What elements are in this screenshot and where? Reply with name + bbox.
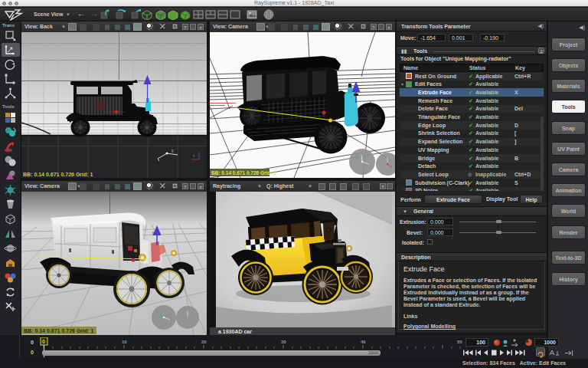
svg-text:BB: 0.14 0.671 0.726 Grid: 1: BB: 0.14 0.671 0.726 Grid: 1 — [23, 172, 93, 177]
svg-text:20: 20 — [201, 340, 207, 344]
svg-text:BB: 0.14 0.671 0.726 Grid: 1: BB: 0.14 0.671 0.726 Grid: 1 — [24, 328, 94, 334]
svg-text:40: 40 — [361, 340, 366, 344]
svg-text:55: 55 — [457, 340, 462, 344]
svg-text:30: 30 — [281, 340, 286, 344]
svg-text:0: 0 — [42, 339, 45, 344]
svg-text:BB: 0.14 0.671 0.726 Grid: 1: BB: 0.14 0.671 0.726 Grid: 1 — [211, 170, 276, 176]
svg-text:10: 10 — [122, 340, 127, 344]
svg-text:a 1930AD car: a 1930AD car — [218, 329, 252, 334]
